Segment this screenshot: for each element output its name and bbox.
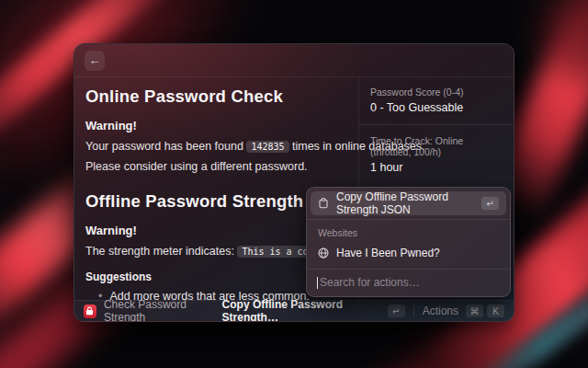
status-bar: Check Password Strength Copy Offline Pas…	[74, 300, 514, 321]
enter-key-badge: ↵	[481, 197, 499, 210]
popup-websites-section: Websites Have I Been Pwned?	[307, 220, 510, 265]
raycast-window: ← Online Password Check Warning! Your pa…	[74, 43, 514, 322]
command-name: Check Password Strength	[104, 298, 222, 322]
app-icon	[84, 305, 96, 318]
globe-icon	[318, 247, 329, 259]
cmd-key-badge: ⌘	[466, 305, 483, 317]
actions-menu-button[interactable]: Actions ⌘ K	[423, 305, 504, 317]
k-key-badge: K	[487, 305, 504, 317]
actions-search-input[interactable]	[320, 276, 500, 289]
crack-throttled-label: Time to Crack: Online (throttled, 100/h)	[370, 135, 503, 157]
enter-key-badge: ↵	[388, 305, 405, 317]
score-label: Password Score (0-4)	[370, 86, 503, 98]
window-header: ←	[74, 44, 514, 77]
desktop: ← Online Password Check Warning! Your pa…	[0, 0, 588, 368]
actions-popup: Copy Offline Password Strength JSON ↵ We…	[306, 187, 511, 297]
divider	[359, 124, 514, 125]
online-check-heading: Online Password Check	[85, 86, 345, 107]
breach-count-badge: 142835	[246, 141, 288, 153]
arrow-left-icon: ←	[89, 53, 101, 67]
primary-action-button[interactable]: Copy Offline Password Strength… ↵	[222, 298, 405, 322]
crack-throttled-value: 1 hour	[370, 161, 503, 174]
status-bar-right: Copy Offline Password Strength… ↵ Action…	[222, 298, 504, 322]
back-button[interactable]: ←	[85, 51, 105, 71]
divider	[413, 305, 414, 317]
online-warning-title: Warning!	[85, 119, 345, 132]
online-advice-line: Please consider using a different passwo…	[85, 160, 345, 173]
websites-section-title: Websites	[311, 222, 506, 241]
action-copy-offline-json[interactable]: Copy Offline Password Strength JSON ↵	[311, 191, 506, 215]
actions-search	[307, 269, 510, 295]
popup-selected-section: Copy Offline Password Strength JSON ↵	[307, 188, 510, 219]
lock-icon	[85, 306, 94, 316]
online-found-line: Your password has been found 142835 time…	[85, 140, 345, 153]
score-value: 0 - Too Guessable	[370, 101, 503, 114]
text-caret	[317, 277, 318, 289]
action-have-i-been-pwned[interactable]: Have I Been Pwned?	[311, 241, 506, 265]
clipboard-icon	[318, 198, 329, 209]
